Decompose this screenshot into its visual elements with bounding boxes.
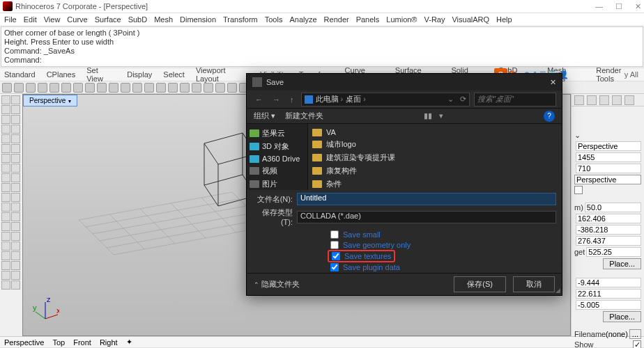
nav-back[interactable]: ←	[252, 95, 266, 104]
file-item[interactable]: 建筑渲染专项提升课	[312, 151, 558, 164]
nav-up[interactable]: ↑	[287, 95, 297, 104]
place-button[interactable]: Place...	[603, 311, 641, 322]
tool-btn[interactable]	[1, 183, 10, 192]
tab-display[interactable]: Display	[127, 70, 152, 79]
filename-input[interactable]: Untitled	[297, 193, 556, 205]
tool-btn[interactable]	[1, 251, 10, 260]
file-item[interactable]: VA	[312, 127, 558, 138]
tool-btn[interactable]	[11, 271, 20, 280]
tool-btn[interactable]	[11, 144, 20, 153]
file-item[interactable]: 杂件	[312, 177, 558, 190]
menu-transform[interactable]: Transform	[223, 15, 258, 24]
menu-mesh[interactable]: Mesh	[154, 15, 173, 24]
tool-btn[interactable]	[11, 164, 20, 173]
tool-icon[interactable]	[97, 83, 107, 93]
loc-seg[interactable]: 桌面	[346, 94, 366, 104]
tool-icon[interactable]	[73, 83, 83, 93]
tool-icon[interactable]	[192, 83, 201, 93]
file-item[interactable]: 城市logo	[312, 138, 558, 151]
menu-visualarq[interactable]: VisualARQ	[452, 15, 489, 24]
save-option[interactable]: Save textures	[330, 251, 556, 261]
tool-btn[interactable]	[11, 261, 20, 270]
resize-grip[interactable]: ◢	[555, 287, 560, 294]
close-button[interactable]: ✕	[635, 2, 641, 11]
menu-vray[interactable]: V-Ray	[424, 15, 445, 24]
tool-icon[interactable]	[204, 83, 213, 93]
tool-btn[interactable]	[11, 95, 20, 104]
tool-icon[interactable]	[168, 83, 178, 93]
tool-icon[interactable]	[215, 83, 225, 93]
tool-btn[interactable]	[1, 173, 10, 182]
panel-icon[interactable]	[574, 95, 584, 105]
browse-button[interactable]: ...	[629, 329, 641, 339]
hide-folders-toggle[interactable]: 隐藏文件夹	[254, 279, 300, 290]
tool-btn[interactable]	[1, 144, 10, 153]
menu-render[interactable]: Render	[324, 15, 349, 24]
tree-node[interactable]: 视频	[248, 164, 306, 177]
tool-btn[interactable]	[11, 134, 20, 143]
viewport-tab[interactable]: Perspective	[23, 95, 77, 106]
tool-btn[interactable]	[11, 232, 20, 241]
file-item[interactable]: 康复构件	[312, 164, 558, 177]
tool-btn[interactable]	[1, 222, 10, 231]
tool-btn[interactable]	[1, 212, 10, 221]
tool-btn[interactable]	[11, 251, 20, 260]
tool-icon[interactable]	[49, 83, 59, 93]
menu-curve[interactable]: Curve	[67, 15, 87, 24]
tool-icon[interactable]	[38, 83, 47, 93]
tool-btn[interactable]	[1, 134, 10, 143]
help-button[interactable]: ?	[544, 111, 555, 122]
tab-select[interactable]: Select	[163, 70, 185, 79]
tree-node[interactable]: 图片	[248, 177, 306, 190]
tool-icon[interactable]	[85, 83, 95, 93]
menu-file[interactable]: File	[4, 15, 17, 24]
menu-panels[interactable]: Panels	[356, 15, 380, 24]
tool-btn[interactable]	[11, 242, 20, 251]
maximize-button[interactable]: ☐	[615, 2, 622, 11]
prop-val[interactable]: -386.218	[576, 225, 641, 235]
vtab-top[interactable]: Top	[52, 338, 65, 347]
tool-btn[interactable]	[11, 222, 20, 231]
tool-btn[interactable]	[1, 280, 10, 290]
tool-btn[interactable]	[1, 164, 10, 173]
tool-btn[interactable]	[1, 271, 10, 280]
filetype-select[interactable]: COLLADA (*.dae)	[297, 211, 556, 223]
search-input[interactable]: 搜索"桌面"	[474, 93, 556, 106]
prop-val[interactable]: 50.0	[585, 203, 641, 212]
panel-icon[interactable]	[612, 95, 622, 105]
prop-val[interactable]: -5.005	[576, 300, 641, 310]
prop-val[interactable]: 525.25	[586, 247, 641, 257]
prop-val[interactable]: 22.611	[576, 289, 641, 299]
tool-icon[interactable]	[121, 83, 130, 93]
tool-btn[interactable]	[1, 242, 10, 251]
tool-icon[interactable]	[180, 83, 190, 93]
save-option[interactable]: Save geometry only	[330, 241, 556, 249]
menu-view[interactable]: View	[44, 15, 61, 24]
prop-projection[interactable]: Perspective	[574, 175, 641, 184]
tool-btn[interactable]	[1, 203, 10, 212]
tool-btn[interactable]	[11, 173, 20, 182]
tool-btn[interactable]	[1, 125, 10, 134]
save-option[interactable]: Save plugin data	[330, 263, 556, 271]
tool-btn[interactable]	[1, 115, 10, 124]
prop-checkbox[interactable]	[574, 186, 583, 194]
vtab-add[interactable]: ✦	[126, 338, 132, 347]
menu-dimension[interactable]: Dimension	[180, 15, 216, 24]
cancel-button[interactable]: 取消	[513, 276, 555, 292]
prop-val[interactable]: -9.444	[576, 278, 641, 287]
tool-btn[interactable]	[11, 183, 20, 192]
vtab-right[interactable]: Right	[100, 338, 118, 347]
tree-node[interactable]: 坚果云	[248, 127, 306, 140]
menu-subd[interactable]: SubD	[128, 15, 148, 24]
tool-icon[interactable]	[227, 83, 237, 93]
tool-icon[interactable]	[2, 83, 12, 93]
tool-icon[interactable]	[109, 83, 118, 93]
prop-val[interactable]: 1455	[576, 152, 641, 162]
file-list[interactable]: VA城市logo建筑渲染专项提升课康复构件杂件	[308, 124, 562, 190]
menu-analyze[interactable]: Analyze	[289, 15, 316, 24]
tab-viewportlayout[interactable]: Viewport Layout	[196, 66, 249, 83]
tool-icon[interactable]	[14, 83, 24, 93]
prop-val[interactable]: 710	[576, 164, 641, 173]
tool-btn[interactable]	[1, 193, 10, 202]
folder-tree[interactable]: 坚果云3D 对象A360 Drive视频图片文档下载音乐桌面...	[247, 124, 308, 190]
